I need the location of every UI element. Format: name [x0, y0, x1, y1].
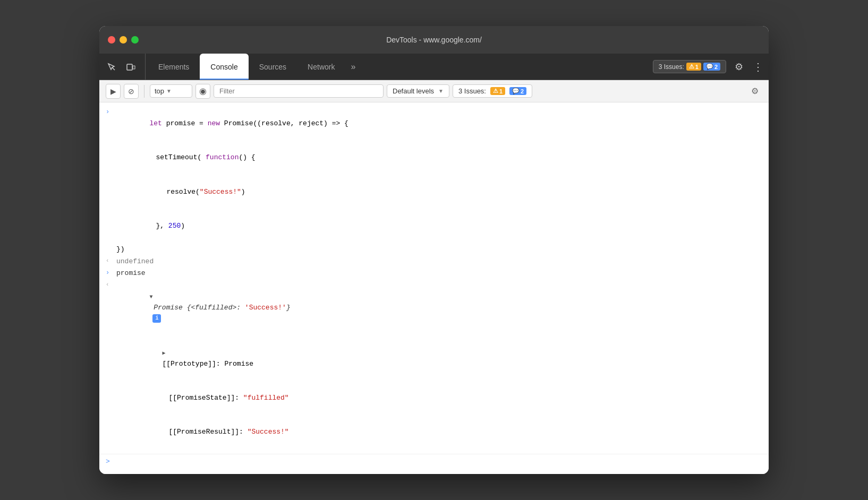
console-code-3: resolve("Success!") [133, 176, 762, 209]
console-line-undefined: ‹ undefined [99, 256, 769, 268]
console-output: › let promise = new Promise((resolve, re… [99, 102, 769, 474]
console-code-2: setTimeout( function() { [123, 142, 762, 175]
block-button[interactable]: ⊘ [124, 84, 139, 99]
console-result-line: [[PromiseResult]]: "Success!" [99, 416, 769, 450]
tab-network[interactable]: Network [297, 54, 345, 80]
console-code-5: }) [116, 244, 762, 255]
input-arrow-2[interactable]: › [106, 268, 116, 278]
window-title: DevTools - www.google.com/ [386, 36, 482, 44]
console-undefined: undefined [116, 256, 762, 268]
titlebar: DevTools - www.google.com/ [99, 26, 769, 54]
more-options-button[interactable]: ⋮ [752, 58, 764, 75]
console-toolbar: ▶ ⊘ top ▼ ◉ Default levels ▼ 3 Issues: ⚠… [99, 80, 769, 102]
tab-console[interactable]: Console [200, 54, 248, 80]
close-button[interactable] [108, 36, 115, 44]
console-promise-state: [[PromiseState]]: "fulfilled" [135, 382, 762, 415]
tabbar-right: 3 Issues: ⚠ 1 💬 2 ⚙ ⋮ [653, 54, 764, 80]
svg-rect-2 [133, 66, 135, 69]
console-line-2: setTimeout( function() { [99, 141, 769, 175]
console-line-5: }) [99, 244, 769, 256]
eye-button[interactable]: ◉ [195, 84, 210, 99]
console-promise-result: [[PromiseResult]]: "Success!" [135, 416, 762, 449]
issues-badge[interactable]: 3 Issues: ⚠ 1 💬 2 [653, 60, 726, 73]
toolbar-info-badge: 💬 2 [509, 87, 526, 95]
input-arrow-1[interactable]: › [106, 107, 116, 117]
info-badge: 💬 2 [703, 63, 720, 71]
traffic-lights [108, 36, 139, 44]
info-icon[interactable]: i [152, 314, 161, 323]
inspect-element-button[interactable] [104, 59, 120, 75]
minimize-button[interactable] [120, 36, 127, 44]
execute-button[interactable]: ▶ [106, 84, 121, 99]
toolbar-settings-button[interactable]: ⚙ [747, 84, 762, 99]
more-tabs-button[interactable]: » [345, 54, 361, 80]
console-input-line[interactable]: > [99, 454, 769, 470]
svg-line-0 [112, 67, 115, 70]
console-state-line: [[PromiseState]]: "fulfilled" [99, 381, 769, 415]
output-arrow-2: ‹ [106, 280, 116, 290]
levels-selector[interactable]: Default levels ▼ [387, 84, 449, 98]
settings-button[interactable]: ⚙ [730, 58, 747, 75]
toolbar-issues-btn[interactable]: 3 Issues: ⚠ 1 💬 2 [453, 84, 532, 98]
console-prototype-line: ▶ [[Prototype]]: Promise [99, 336, 769, 381]
console-line-promise-output: ‹ ▼ Promise {<fulfilled>: 'Success!'} i [99, 280, 769, 336]
svg-rect-1 [127, 64, 132, 70]
toolbar-warning-badge: ⚠ 1 [490, 87, 505, 95]
tab-sources[interactable]: Sources [249, 54, 297, 80]
console-promise-object: ▼ Promise {<fulfilled>: 'Success!'} i [116, 280, 762, 335]
console-promise-echo: promise [116, 268, 762, 279]
warning-badge: ⚠ 1 [686, 63, 701, 71]
console-line-4: }, 250) [99, 209, 769, 243]
console-line-promise-input: › promise [99, 268, 769, 280]
device-toolbar-button[interactable] [123, 59, 139, 75]
separator-1 [144, 85, 144, 98]
console-prototype: ▶ [[Prototype]]: Promise [129, 337, 762, 381]
maximize-button[interactable] [131, 36, 139, 44]
console-line-1: › let promise = new Promise((resolve, re… [99, 107, 769, 141]
context-selector[interactable]: top ▼ [150, 84, 192, 98]
console-code-1: let promise = new Promise((resolve, reje… [116, 107, 762, 140]
output-arrow-1: ‹ [106, 256, 116, 266]
devtools-icons [104, 54, 146, 80]
input-prompt: > [106, 456, 110, 468]
filter-input[interactable] [214, 84, 384, 98]
devtools-window: DevTools - www.google.com/ Elements Cons… [99, 26, 769, 474]
console-code-4: }, 250) [123, 210, 762, 243]
tab-elements[interactable]: Elements [148, 54, 200, 80]
console-line-3: resolve("Success!") [99, 175, 769, 209]
tabbar: Elements Console Sources Network » 3 Iss… [99, 54, 769, 80]
